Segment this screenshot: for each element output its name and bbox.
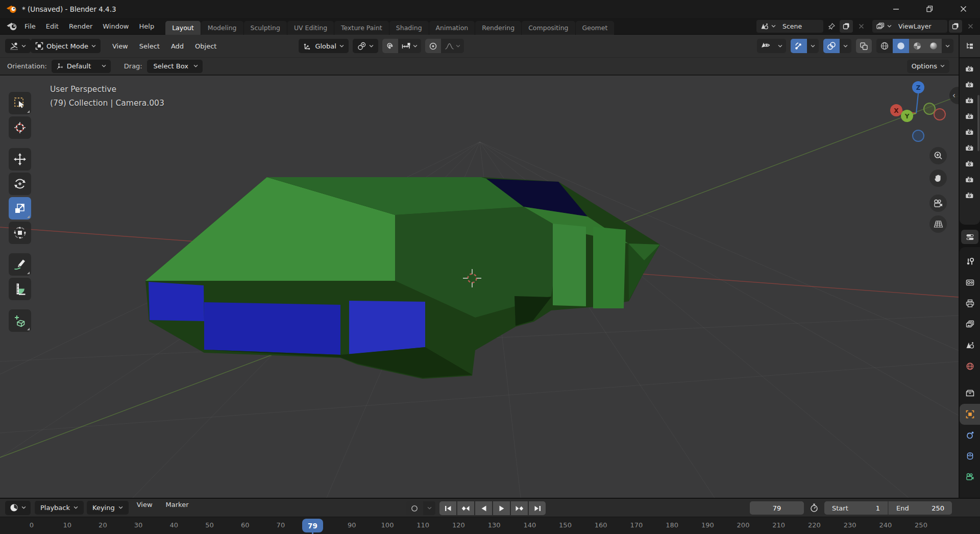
gizmo-axis-neg-z[interactable]	[913, 130, 924, 141]
tool-transform[interactable]	[9, 222, 31, 244]
properties-editor-button[interactable]	[961, 230, 978, 244]
current-frame-field[interactable]: 79	[750, 501, 804, 515]
properties-tab-scene[interactable]	[960, 335, 980, 356]
visibility-dropdown[interactable]	[757, 39, 786, 53]
car-object[interactable]	[145, 177, 660, 379]
tool-annotate[interactable]	[9, 253, 31, 276]
jump-to-start-button[interactable]	[439, 501, 456, 515]
workspace-tab-animation[interactable]: Animation	[429, 21, 475, 35]
shading-rendered-button[interactable]	[925, 39, 942, 53]
minimize-button[interactable]	[879, 0, 913, 18]
show-gizmos-toggle[interactable]	[791, 39, 807, 53]
mode-dropdown[interactable]: Object Mode	[31, 39, 101, 53]
play-reverse-button[interactable]	[475, 501, 492, 515]
workspace-tab-sculpting[interactable]: Sculpting	[244, 21, 287, 35]
gizmo-dropdown[interactable]	[807, 39, 819, 53]
timeline-editor-button[interactable]	[5, 501, 31, 515]
maximize-button[interactable]	[913, 0, 946, 18]
outliner-camera-item[interactable]	[960, 140, 980, 156]
menu-edit[interactable]: Edit	[41, 18, 64, 35]
camera-view-button[interactable]	[929, 195, 947, 212]
end-frame-field[interactable]: End 250	[889, 501, 952, 515]
remove-viewlayer-button[interactable]	[964, 20, 977, 33]
viewlayer-selector[interactable]: ViewLayer	[872, 20, 947, 33]
outliner-collapsed[interactable]	[960, 58, 980, 225]
tool-move[interactable]	[9, 148, 31, 171]
outliner-camera-item[interactable]	[960, 124, 980, 140]
outliner-camera-item[interactable]	[960, 187, 980, 203]
tool-cursor[interactable]	[9, 116, 31, 139]
properties-tab-view-layer[interactable]	[960, 314, 980, 335]
viewport-menu-view[interactable]: View	[107, 39, 134, 53]
tool-select-box[interactable]	[9, 92, 31, 114]
previous-keyframe-button[interactable]	[457, 501, 474, 515]
toggle-orthographic-button[interactable]	[929, 215, 947, 233]
tool-rotate[interactable]	[9, 173, 31, 195]
workspace-tab-shading[interactable]: Shading	[389, 21, 429, 35]
properties-tab-tool[interactable]	[960, 251, 980, 272]
workspace-tab-rendering[interactable]: Rendering	[475, 21, 521, 35]
menu-window[interactable]: Window	[97, 18, 134, 35]
timeline-menu-marker[interactable]: Marker	[161, 501, 194, 515]
close-button[interactable]	[946, 0, 980, 18]
orientation-dropdown[interactable]: Default	[52, 60, 111, 73]
timeline-menu-view[interactable]: View	[132, 501, 158, 515]
gizmo-axis-neg-y[interactable]	[924, 103, 935, 114]
overlays-dropdown[interactable]	[840, 39, 851, 53]
properties-tab-collection[interactable]	[960, 383, 980, 404]
outliner-camera-item[interactable]	[960, 61, 980, 77]
blender-menu-icon[interactable]	[6, 22, 17, 31]
shading-solid-button[interactable]	[893, 39, 909, 53]
properties-tab-output[interactable]	[960, 293, 980, 314]
unlink-scene-button[interactable]	[854, 20, 868, 33]
auto-keying-dropdown[interactable]	[423, 501, 435, 515]
timeline-menu-keying[interactable]: Keying	[87, 501, 129, 515]
tool-scale[interactable]	[9, 197, 31, 220]
properties-tab-constraints[interactable]	[960, 446, 980, 467]
show-overlays-toggle[interactable]	[823, 39, 840, 53]
outliner-camera-item[interactable]	[960, 108, 980, 124]
timeline-ruler[interactable]: 0102030405060709010011012013014015016017…	[0, 517, 980, 534]
gizmo-axis-neg-x[interactable]	[934, 109, 945, 120]
properties-tab-render[interactable]	[960, 272, 980, 293]
playhead-frame-badge[interactable]: 79	[302, 519, 323, 532]
falloff-dropdown[interactable]	[441, 39, 464, 53]
workspace-tab-texture-paint[interactable]: Texture Paint	[334, 21, 389, 35]
properties-tab-world[interactable]	[960, 356, 980, 377]
tool-measure[interactable]	[9, 278, 31, 300]
pin-scene-button[interactable]	[825, 20, 838, 33]
shading-dropdown[interactable]	[942, 39, 953, 53]
start-frame-field[interactable]: Start 1	[824, 501, 889, 515]
workspace-tab-layout[interactable]: Layout	[165, 21, 201, 35]
shading-wireframe-button[interactable]	[876, 39, 893, 53]
viewport-menu-select[interactable]: Select	[134, 39, 165, 53]
workspace-tab-uv-editing[interactable]: UV Editing	[287, 21, 334, 35]
transform-orientation-dropdown[interactable]: Global	[299, 39, 348, 53]
viewport-menu-object[interactable]: Object	[189, 39, 222, 53]
menu-help[interactable]: Help	[134, 18, 160, 35]
options-dropdown[interactable]: Options	[907, 60, 949, 73]
snap-settings-dropdown[interactable]	[398, 39, 421, 53]
menu-render[interactable]: Render	[64, 18, 97, 35]
editor-type-button[interactable]	[5, 39, 31, 53]
play-button[interactable]	[493, 501, 510, 515]
tool-add-cube[interactable]	[9, 309, 31, 332]
3d-viewport[interactable]: User Perspective (79) Collection | Camer…	[0, 76, 959, 498]
workspace-tab-compositing[interactable]: Compositing	[522, 21, 575, 35]
outliner-camera-item[interactable]	[960, 156, 980, 172]
shading-material-button[interactable]	[909, 39, 925, 53]
jump-to-end-button[interactable]	[529, 501, 546, 515]
navigation-gizmo[interactable]: Z X Y	[880, 80, 957, 151]
zoom-button[interactable]	[929, 147, 947, 164]
use-preview-range-button[interactable]	[806, 502, 822, 515]
viewport-canvas[interactable]	[0, 76, 959, 498]
outliner-camera-item[interactable]	[960, 92, 980, 108]
timeline-menu-playback[interactable]: Playback	[35, 501, 84, 515]
pan-button[interactable]	[929, 169, 947, 187]
new-scene-button[interactable]	[840, 20, 853, 33]
auto-keying-toggle[interactable]	[406, 501, 423, 515]
menu-file[interactable]: File	[19, 18, 41, 35]
properties-tab-physics[interactable]	[960, 425, 980, 446]
workspace-tab-geomet[interactable]: Geomet	[576, 21, 615, 35]
outliner-scrollbar[interactable]	[977, 95, 979, 151]
